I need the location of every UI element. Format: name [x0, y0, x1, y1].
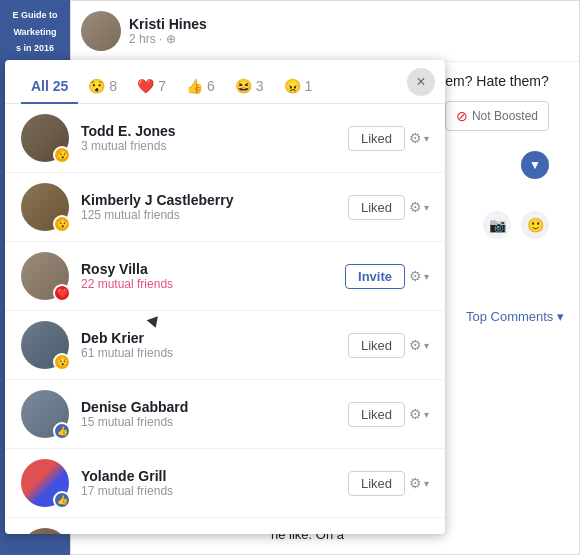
caret-down-icon: ▾	[424, 478, 429, 489]
reaction-tabs: All 25 😯 8 ❤️ 7 👍 6 😆 3 😠 1 ×	[5, 60, 445, 104]
caret-down-icon: ▾	[424, 340, 429, 351]
caret-down-icon: ▾	[424, 202, 429, 213]
user-avatar-wrap: 😯	[21, 321, 69, 369]
list-item: 😯Kimberly J Castleberry125 mutual friend…	[5, 173, 445, 242]
gear-dropdown[interactable]: ⚙▾	[409, 268, 429, 284]
user-name: Rosy Villa	[81, 261, 333, 277]
user-actions: Liked⚙▾	[348, 126, 429, 151]
gear-dropdown[interactable]: ⚙▾	[409, 199, 429, 215]
tab-like[interactable]: 👍 6	[176, 70, 225, 104]
reaction-badge: 😯	[53, 215, 71, 233]
left-strip-text3: s in 2016	[16, 43, 54, 55]
reaction-badge: 😯	[53, 353, 71, 371]
list-item: 😯Todd E. Jones3 mutual friendsLiked⚙▾	[5, 104, 445, 173]
user-name: Kimberly J Castleberry	[81, 192, 336, 208]
left-strip-text2: Warketing	[13, 27, 56, 39]
user-mutual: 3 mutual friends	[81, 139, 336, 153]
liked-button[interactable]: Liked	[348, 195, 405, 220]
list-item: 👍Ann SmartyInvite⚙▾	[5, 518, 445, 534]
user-info: Denise Gabbard15 mutual friends	[81, 399, 336, 429]
top-comments-button[interactable]: Top Comments ▾	[466, 309, 564, 324]
list-item: 👍Yolande Grill17 mutual friendsLiked⚙▾	[5, 449, 445, 518]
angry-emoji: 😠	[284, 78, 301, 94]
photo-icon[interactable]: 📷	[483, 211, 511, 239]
poster-avatar	[81, 11, 121, 51]
fb-post-header: Kristi Hines 2 hrs · ⊕	[71, 1, 579, 62]
wow-count: 8	[109, 78, 117, 94]
user-info: Todd E. Jones3 mutual friends	[81, 123, 336, 153]
reaction-badge: ❤️	[53, 284, 71, 302]
gear-dropdown[interactable]: ⚙▾	[409, 337, 429, 353]
user-avatar-wrap: 😯	[21, 114, 69, 162]
gear-icon: ⚙	[409, 337, 422, 353]
user-actions: Liked⚙▾	[348, 333, 429, 358]
gear-icon: ⚙	[409, 199, 422, 215]
user-info: Rosy Villa22 mutual friends	[81, 261, 333, 291]
caret-down-icon: ▾	[424, 409, 429, 420]
user-actions: Liked⚙▾	[348, 471, 429, 496]
not-boosted-button[interactable]: ⊘ Not Boosted	[445, 101, 549, 131]
list-item: 😯Deb Krier61 mutual friendsLiked⚙▾	[5, 311, 445, 380]
user-info: Kimberly J Castleberry125 mutual friends	[81, 192, 336, 222]
user-list: 😯Todd E. Jones3 mutual friendsLiked⚙▾😯Ki…	[5, 104, 445, 534]
user-avatar-img	[21, 528, 69, 534]
user-avatar-wrap: ❤️	[21, 252, 69, 300]
user-mutual: 61 mutual friends	[81, 346, 336, 360]
user-name: Todd E. Jones	[81, 123, 336, 139]
modal-close-button[interactable]: ×	[407, 68, 435, 96]
user-avatar-wrap: 👍	[21, 459, 69, 507]
fb-post-meta: Kristi Hines 2 hrs · ⊕	[129, 16, 569, 46]
haha-count: 3	[256, 78, 264, 94]
tab-angry[interactable]: 😠 1	[274, 70, 323, 104]
post-time: 2 hrs · ⊕	[129, 32, 569, 46]
user-mutual: 22 mutual friends	[81, 277, 333, 291]
tab-wow[interactable]: 😯 8	[78, 70, 127, 104]
wow-emoji: 😯	[88, 78, 105, 94]
user-mutual: 15 mutual friends	[81, 415, 336, 429]
gear-icon: ⚙	[409, 406, 422, 422]
user-name: Yolande Grill	[81, 468, 336, 484]
gear-dropdown[interactable]: ⚙▾	[409, 130, 429, 146]
top-comments-label: Top Comments ▾	[466, 309, 564, 324]
tab-all[interactable]: All 25	[21, 70, 78, 104]
liked-button[interactable]: Liked	[348, 126, 405, 151]
liked-button[interactable]: Liked	[348, 471, 405, 496]
angry-count: 1	[305, 78, 313, 94]
reaction-badge: 😯	[53, 146, 71, 164]
caret-down-icon: ▾	[424, 271, 429, 282]
liked-button[interactable]: Liked	[348, 402, 405, 427]
gear-dropdown[interactable]: ⚙▾	[409, 475, 429, 491]
tab-all-label: All 25	[31, 78, 68, 94]
reaction-badge: 👍	[53, 422, 71, 440]
user-avatar-small: ▼	[521, 151, 549, 179]
tab-heart[interactable]: ❤️ 7	[127, 70, 176, 104]
gear-dropdown[interactable]: ⚙▾	[409, 406, 429, 422]
gear-icon: ⚙	[409, 475, 422, 491]
invite-button[interactable]: Invite	[345, 264, 405, 289]
liked-button[interactable]: Liked	[348, 333, 405, 358]
user-avatar-wrap: 👍	[21, 390, 69, 438]
user-mutual: 125 mutual friends	[81, 208, 336, 222]
list-item: 👍Denise Gabbard15 mutual friendsLiked⚙▾	[5, 380, 445, 449]
tab-haha[interactable]: 😆 3	[225, 70, 274, 104]
haha-emoji: 😆	[235, 78, 252, 94]
list-item: ❤️Rosy Villa22 mutual friendsInvite⚙▾	[5, 242, 445, 311]
reactions-modal: All 25 😯 8 ❤️ 7 👍 6 😆 3 😠 1 × 😯Todd E. J…	[5, 60, 445, 534]
user-name: Deb Krier	[81, 330, 336, 346]
user-info: Deb Krier61 mutual friends	[81, 330, 336, 360]
gear-icon: ⚙	[409, 268, 422, 284]
left-strip-text: E Guide to	[13, 10, 58, 22]
like-count: 6	[207, 78, 215, 94]
caret-down-icon: ▾	[424, 133, 429, 144]
user-avatar-wrap: 👍	[21, 528, 69, 534]
avatar-area: ▼	[521, 151, 549, 179]
user-avatar-wrap: 😯	[21, 183, 69, 231]
poster-name: Kristi Hines	[129, 16, 569, 32]
like-emoji: 👍	[186, 78, 203, 94]
fb-right-area: ⊘ Not Boosted	[445, 101, 549, 131]
user-name: Denise Gabbard	[81, 399, 336, 415]
emoji-icon[interactable]: 🙂	[521, 211, 549, 239]
comment-icons: 📷 🙂	[483, 211, 549, 239]
user-info: Yolande Grill17 mutual friends	[81, 468, 336, 498]
user-mutual: 17 mutual friends	[81, 484, 336, 498]
